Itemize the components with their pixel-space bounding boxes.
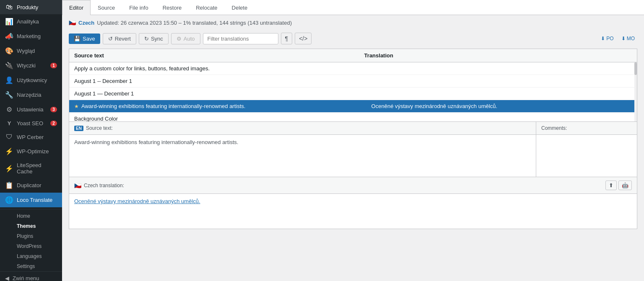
yoast-badge: 2 xyxy=(50,121,57,126)
filter-input[interactable] xyxy=(203,33,278,44)
source-panel: EN Source text: Award-winning exhibition… xyxy=(69,122,536,177)
wp-cerber-icon: 🛡 xyxy=(5,133,13,141)
sidebar-item-uzytkownicy[interactable]: 👤 Użytkownicy xyxy=(0,73,62,88)
sync-button[interactable]: ↻ Sync xyxy=(139,33,169,44)
tab-file-info[interactable]: File info xyxy=(122,0,156,15)
tab-editor[interactable]: Editor xyxy=(62,0,91,15)
narzedzia-icon: 🔧 xyxy=(5,91,13,99)
star-icon: ★ xyxy=(74,103,79,109)
sync-icon: ↻ xyxy=(144,36,149,42)
czech-flag: 🇨🇿 xyxy=(69,19,76,26)
download-mo-icon: ⬇ xyxy=(621,36,626,41)
en-badge: EN xyxy=(74,126,83,131)
wtyczki-icon: 🔌 xyxy=(5,62,13,70)
table-header: Source text Translation xyxy=(69,49,637,62)
col-source-header: Source text xyxy=(74,52,364,59)
row-translation-text: Oceněné výstavy mezinárodně uznávaných u… xyxy=(371,103,632,109)
download-mo-button[interactable]: ⬇ MO xyxy=(619,34,637,43)
row-source-text: August 1 -- December 1 xyxy=(74,78,364,84)
lang-link[interactable]: Czech xyxy=(78,20,94,26)
loco-translate-icon: 🌐 xyxy=(5,196,13,204)
submenu-plugins[interactable]: Plugins xyxy=(0,231,62,241)
submenu-themes[interactable]: Themes xyxy=(0,221,62,231)
sidebar-item-wtyczki[interactable]: 🔌 Wtyczki 1 xyxy=(0,58,62,73)
sidebar-item-duplicator[interactable]: 📋 Duplicator xyxy=(0,178,62,193)
pilcrow-button[interactable]: ¶ xyxy=(281,33,293,44)
table-row[interactable]: August 1 -- December 1 xyxy=(69,75,637,88)
tab-restore[interactable]: Restore xyxy=(156,0,189,15)
ustawienia-badge: 3 xyxy=(50,107,57,112)
submenu-languages[interactable]: Languages xyxy=(0,251,62,261)
main-area: Editor Source File info Restore Relocate… xyxy=(62,0,644,281)
uzytkownicy-icon: 👤 xyxy=(5,76,13,84)
revert-icon: ↺ xyxy=(108,36,113,42)
sidebar-item-wyglad[interactable]: 🎨 Wygląd xyxy=(0,44,62,58)
translation-table: Source text Translation Apply a custom c… xyxy=(69,49,637,122)
code-button[interactable]: </> xyxy=(295,33,312,44)
sidebar-item-wp-optimize[interactable]: ⚡ WP-Optimize xyxy=(0,144,62,159)
translation-header-label: Czech translation: xyxy=(84,183,124,188)
tab-bar: Editor Source File info Restore Relocate… xyxy=(62,0,644,15)
content-area: 🇨🇿 Czech Updated: 26 czerwca 2023 15:50 … xyxy=(62,15,644,281)
sidebar-item-analityka[interactable]: 📊 Analityka xyxy=(0,14,62,29)
produkty-icon: 🛍 xyxy=(5,3,13,11)
download-po-button[interactable]: ⬇ PO xyxy=(598,34,616,43)
source-panel-content: Award-winning exhibitions featuring inte… xyxy=(69,135,536,177)
submenu-wordpress[interactable]: WordPress xyxy=(0,241,62,251)
sidebar-item-produkty[interactable]: 🛍 Produkty xyxy=(0,0,62,14)
sidebar-item-narzedzia[interactable]: 🔧 Narzędzia xyxy=(0,88,62,102)
table-row[interactable]: Apply a custom color for links, buttons,… xyxy=(69,62,637,75)
auto-button[interactable]: ⚙ Auto xyxy=(171,33,200,44)
analityka-icon: 📊 xyxy=(5,18,13,26)
auto-icon: ⚙ xyxy=(177,36,182,42)
upload-translation-button[interactable]: ⬆ xyxy=(605,180,617,190)
tab-source[interactable]: Source xyxy=(91,0,122,15)
sidebar-item-wp-cerber[interactable]: 🛡 WP Cerber xyxy=(0,130,62,144)
auto-translate-button[interactable]: 🤖 xyxy=(618,180,632,190)
collapse-menu-button[interactable]: ◀ Zwiń menu xyxy=(0,271,62,281)
sidebar: 🛍 Produkty 📊 Analityka 📣 Marketing 🎨 Wyg… xyxy=(0,0,62,281)
table-row[interactable]: August 1 — December 1 xyxy=(69,88,637,100)
comments-panel-header: Comments: xyxy=(536,122,637,135)
submenu-settings[interactable]: Settings xyxy=(0,261,62,271)
tab-delete[interactable]: Delete xyxy=(225,0,255,15)
info-bar-details: Updated: 26 czerwca 2023 15:50 – 1% tran… xyxy=(97,20,292,26)
wp-optimize-icon: ⚡ xyxy=(5,147,13,155)
bottom-panel: EN Source text: Award-winning exhibition… xyxy=(69,122,637,177)
sidebar-item-marketing[interactable]: 📣 Marketing xyxy=(0,29,62,44)
litespeed-icon: ⚡ xyxy=(5,165,13,173)
comments-panel: Comments: xyxy=(536,122,637,177)
ustawienia-icon: ⚙ xyxy=(5,106,13,113)
source-panel-header-label: Source text: xyxy=(86,125,113,131)
czech-flag-small: 🇨🇿 xyxy=(74,182,81,189)
sidebar-item-litespeed[interactable]: ⚡ LiteSpeed Cache xyxy=(0,159,62,178)
sidebar-item-loco-translate[interactable]: 🌐 Loco Translate xyxy=(0,193,62,207)
scrollbar-track[interactable] xyxy=(634,62,637,121)
sidebar-item-ustawienia[interactable]: ⚙ Ustawienia 3 xyxy=(0,102,62,117)
collapse-icon: ◀ xyxy=(5,275,9,281)
duplicator-icon: 📋 xyxy=(5,181,13,189)
row-source-text: Background Color xyxy=(74,116,364,121)
table-body: Apply a custom color for links, buttons,… xyxy=(69,62,637,121)
save-icon: 💾 xyxy=(74,36,80,42)
translation-buttons: ⬆ 🤖 xyxy=(605,180,632,190)
loco-submenu: Home Themes Plugins WordPress Languages … xyxy=(0,209,62,271)
row-source-text: Apply a custom color for links, buttons,… xyxy=(74,65,364,72)
toolbar: 💾 Save ↺ Revert ↻ Sync ⚙ Auto ¶ </> ⬇ PO xyxy=(62,30,644,49)
table-row-selected[interactable]: ★ Award-winning exhibitions featuring in… xyxy=(69,100,637,113)
sidebar-item-yoast[interactable]: Y Yoast SEO 2 xyxy=(0,117,62,130)
comments-panel-content xyxy=(536,135,637,177)
row-source-text: August 1 — December 1 xyxy=(74,90,364,97)
translation-textarea[interactable] xyxy=(69,194,637,227)
save-button[interactable]: 💾 Save xyxy=(69,34,100,44)
source-panel-header: EN Source text: xyxy=(69,122,536,135)
wyglad-icon: 🎨 xyxy=(5,47,13,55)
info-bar: 🇨🇿 Czech Updated: 26 czerwca 2023 15:50 … xyxy=(62,15,644,30)
wtyczki-badge: 1 xyxy=(50,63,57,68)
row-source-text: Award-winning exhibitions featuring inte… xyxy=(81,103,371,109)
submenu-home[interactable]: Home xyxy=(0,211,62,221)
scrollbar-thumb[interactable] xyxy=(634,62,637,75)
table-row[interactable]: Background Color xyxy=(69,113,637,121)
revert-button[interactable]: ↺ Revert xyxy=(103,33,136,44)
tab-relocate[interactable]: Relocate xyxy=(189,0,224,15)
